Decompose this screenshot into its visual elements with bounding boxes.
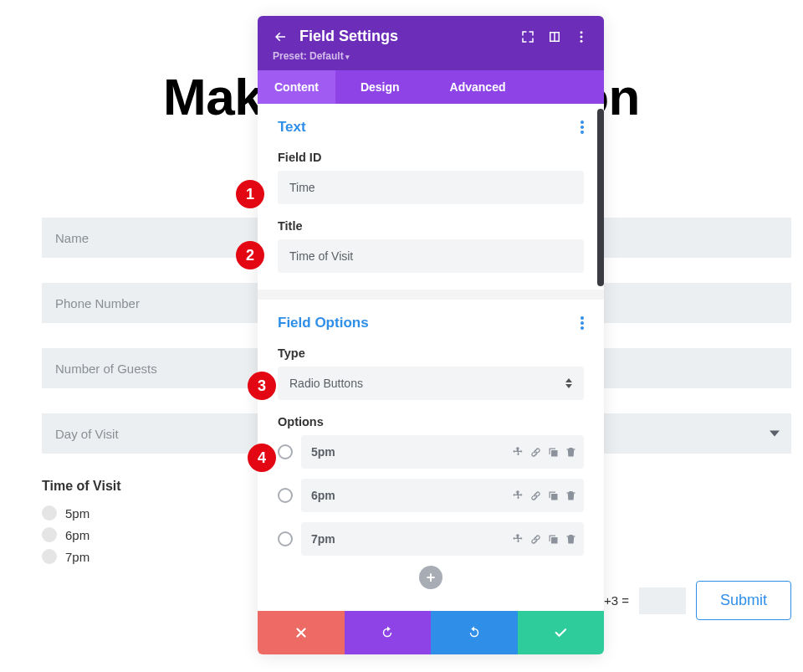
radio-dot-icon	[42, 549, 57, 564]
link-icon[interactable]	[529, 490, 542, 502]
option-row: 6pm	[278, 479, 584, 512]
title-label: Title	[278, 219, 584, 233]
move-icon[interactable]	[512, 446, 524, 459]
trash-icon[interactable]	[565, 490, 577, 502]
chevron-down-icon	[770, 431, 780, 437]
preset-dropdown[interactable]: Preset: Default	[273, 50, 589, 62]
duplicate-icon[interactable]	[547, 533, 560, 546]
modal-footer	[258, 611, 604, 654]
kebab-icon[interactable]	[574, 29, 589, 44]
option-radio[interactable]	[278, 444, 293, 459]
tab-advanced[interactable]: Advanced	[433, 70, 523, 104]
type-value: Radio Buttons	[289, 377, 363, 390]
redo-button[interactable]	[431, 611, 518, 654]
annotation-badge-2: 2	[236, 241, 264, 269]
section-title-text: Text	[278, 119, 306, 136]
option-value: 6pm	[311, 489, 335, 502]
trash-icon[interactable]	[565, 446, 577, 459]
annotation-badge-1: 1	[236, 180, 264, 208]
field-options-section: Field Options Type Radio Buttons Options…	[258, 300, 604, 603]
radio-label: 6pm	[65, 528, 90, 542]
form-bottom-row: 12 +3 = Submit	[586, 581, 791, 620]
link-icon[interactable]	[529, 446, 542, 459]
duplicate-icon[interactable]	[547, 446, 560, 459]
option-radio[interactable]	[278, 531, 293, 546]
options-label: Options	[278, 415, 584, 428]
modal-tabs: Content Design Advanced	[258, 70, 604, 104]
field-id-label: Field ID	[278, 151, 584, 164]
annotation-badge-3: 3	[248, 372, 276, 400]
move-icon[interactable]	[512, 490, 524, 502]
type-label: Type	[278, 346, 584, 360]
field-settings-modal: Field Settings Preset: Default Content D…	[258, 16, 604, 654]
svg-point-1	[581, 35, 583, 38]
cancel-button[interactable]	[258, 611, 345, 654]
option-input[interactable]: 7pm	[301, 522, 584, 556]
columns-icon[interactable]	[547, 29, 562, 44]
back-icon[interactable]	[273, 29, 288, 44]
captcha-input[interactable]	[639, 587, 686, 614]
text-section: Text Field ID Title	[258, 104, 604, 290]
annotation-badge-4: 4	[248, 444, 276, 472]
field-id-input[interactable]	[278, 171, 584, 204]
radio-label: 5pm	[65, 506, 90, 521]
radio-dot-icon	[42, 527, 57, 542]
option-value: 7pm	[311, 532, 335, 546]
tab-content[interactable]: Content	[258, 70, 335, 104]
section-menu-icon[interactable]	[581, 316, 584, 330]
tab-design[interactable]: Design	[344, 70, 417, 104]
undo-button[interactable]	[345, 611, 432, 654]
option-radio[interactable]	[278, 488, 293, 503]
duplicate-icon[interactable]	[547, 490, 560, 502]
option-row: 7pm	[278, 522, 584, 556]
modal-title: Field Settings	[299, 28, 509, 45]
select-arrows-icon	[565, 378, 572, 388]
submit-button[interactable]: Submit	[696, 581, 791, 620]
expand-icon[interactable]	[520, 29, 535, 44]
section-title-options: Field Options	[278, 315, 369, 331]
section-divider	[258, 290, 604, 300]
option-input[interactable]: 6pm	[301, 479, 584, 512]
option-value: 5pm	[311, 445, 335, 459]
section-menu-icon[interactable]	[581, 121, 584, 134]
svg-point-2	[581, 39, 583, 42]
title-input[interactable]	[278, 239, 584, 273]
day-select-label: Day of Visit	[55, 427, 119, 441]
radio-dot-icon	[42, 505, 57, 521]
radio-label: 7pm	[65, 550, 90, 564]
add-option-button[interactable]: +	[419, 566, 442, 589]
scrollbar[interactable]	[597, 109, 604, 286]
move-icon[interactable]	[512, 533, 524, 546]
trash-icon[interactable]	[565, 533, 577, 546]
confirm-button[interactable]	[518, 611, 605, 654]
option-input[interactable]: 5pm	[301, 435, 584, 469]
option-row: 5pm	[278, 435, 584, 469]
modal-body: Text Field ID Title Field Options Type R…	[258, 104, 604, 611]
svg-point-0	[581, 31, 583, 33]
type-select[interactable]: Radio Buttons	[278, 367, 584, 400]
link-icon[interactable]	[529, 533, 542, 546]
